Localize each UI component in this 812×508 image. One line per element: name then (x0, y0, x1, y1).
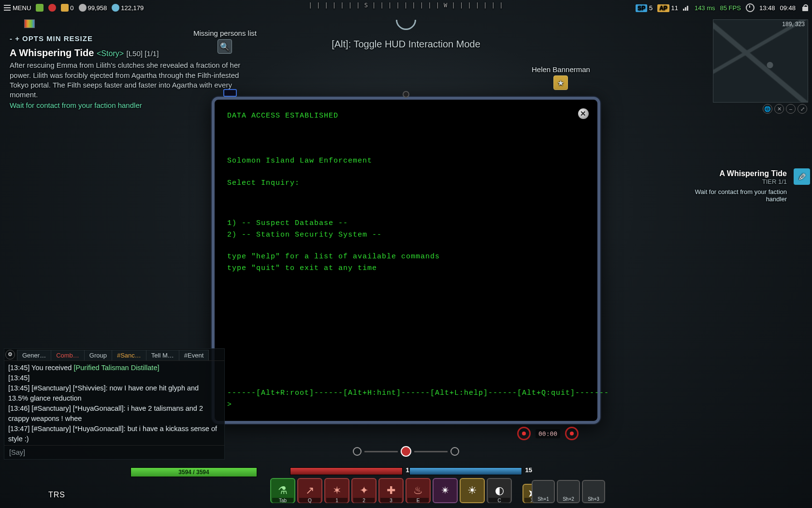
npc-name: Helen Bannerman (532, 65, 590, 74)
terminal-help-2: type "quit" to exit at any time (227, 263, 585, 274)
weapon-active-icon (401, 446, 411, 457)
resource-right-value: 15 (525, 466, 532, 474)
chat-tab-sanctuary[interactable]: #Sanc… (112, 350, 146, 360)
chat-settings-button[interactable]: ⚙ (5, 350, 15, 359)
minimap-close-button[interactable]: ✕ (774, 104, 784, 114)
chat-input[interactable]: [Say] (4, 445, 224, 459)
signal-icon (683, 5, 690, 11)
terminal-option-1[interactable]: 1) -- Suspect Database -- (227, 218, 585, 229)
ability-slot[interactable]: ☀ (460, 478, 485, 503)
mission-chip-tier: TIER 1/1 (686, 178, 787, 185)
currency-gold[interactable]: 0 (61, 4, 73, 12)
time-game: 13:48 (759, 4, 775, 12)
ap-label: AP (657, 4, 669, 12)
chat-tab-combat[interactable]: Comb… (51, 350, 85, 360)
ability-slot[interactable]: ✚3 (378, 478, 404, 503)
resource-left: 15 (290, 467, 403, 475)
weapon-node-icon (353, 447, 362, 456)
chat-line: [13:47] [#Sanctuary] [*HuyaGonacall]: bu… (8, 424, 220, 444)
currency-silver-value: 99,958 (88, 4, 107, 12)
mission-type-tag: <Story> (97, 49, 124, 58)
ap-badge[interactable]: AP 11 (657, 4, 678, 12)
terminal-select-label: Select Inquiry: (227, 178, 585, 189)
terminal-org: Solomon Island Law Enforcement (227, 155, 585, 166)
terminal-header: DATA ACCESS ESTABLISHED (227, 110, 585, 121)
compass-ticks: | | | | | | | S | | | | | | | | | W | | … (261, 2, 551, 9)
sp-badge[interactable]: SP 5 (636, 4, 652, 12)
mission-level: [L50] [1/1] (127, 49, 159, 58)
ping-value: 143 ms (695, 4, 715, 12)
minimap-globe-button[interactable]: 🌐 (763, 104, 772, 114)
recording-indicator: 00:00 (517, 427, 579, 440)
hud-hint: [Alt]: Toggle HUD Interaction Mode (332, 39, 480, 50)
chat-window[interactable]: ⚙ Gener… Comb… Group #Sanc… Tell M… #Eve… (4, 348, 225, 460)
record-time: 00:00 (536, 429, 560, 438)
mission-chip-title: A Whispering Tide (686, 169, 787, 178)
gold-icon (61, 4, 69, 12)
hp-bar: 3594 / 3594 (130, 467, 257, 477)
lock-icon[interactable] (802, 4, 808, 11)
resource-right: 15 (409, 467, 522, 475)
mission-title[interactable]: A Whispering Tide <Story> [L50] [1/1] (10, 46, 251, 60)
minimap-coords: 189, 323 (782, 21, 805, 28)
currency-gold-value: 0 (70, 4, 73, 12)
player-name: TRS (48, 491, 65, 499)
ability-slot[interactable]: ♨E (406, 478, 431, 503)
currency-silver[interactable]: 99,958 (79, 4, 107, 12)
chat-tab-event[interactable]: #Event (179, 350, 209, 360)
ability-bar: ⚗Tab↗Q✶1✦2✚3♨E✴☀◐C➤X (270, 478, 542, 503)
terminal-shortcut-bar: ------[Alt+R:root]------[Alt+H:hint]----… (227, 388, 585, 399)
terminal-option-2[interactable]: 2) -- Station Security System -- (227, 229, 585, 240)
ability-slot[interactable]: ↗Q (297, 478, 322, 503)
fps-value: 85 FPS (720, 4, 741, 12)
ability-slot[interactable]: ⚗Tab (270, 478, 295, 503)
npc-label[interactable]: Helen Bannerman ★ (532, 65, 590, 90)
hp-text: 3594 / 3594 (131, 468, 257, 477)
chat-line: [13:45] [#Sanctuary] [*Shivvies]: now I … (8, 383, 220, 403)
resource-bars: 15 15 (290, 467, 522, 475)
time-real: 09:48 (780, 4, 796, 12)
chat-tab-general[interactable]: Gener… (17, 350, 51, 360)
minimap[interactable]: 189, 323 (713, 19, 808, 103)
ability-slot[interactable]: ✶1 (324, 478, 349, 503)
terminal-close-button[interactable]: ✕ (578, 108, 589, 119)
minimap-min-button[interactable]: – (786, 104, 796, 114)
terminal-window[interactable]: ✕ DATA ACCESS ESTABLISHED Solomon Island… (212, 97, 600, 424)
ability-slot[interactable]: ✴ (433, 478, 458, 503)
gadget-bar: Sh+1Sh+2Sh+3 (532, 480, 605, 503)
clock-icon[interactable] (746, 3, 754, 12)
menu-button[interactable]: MENU (4, 4, 31, 12)
faction-icon[interactable] (36, 4, 44, 12)
mission-chip[interactable]: A Whispering Tide TIER 1/1 Wait for cont… (686, 169, 807, 203)
chat-log[interactable]: [13:45] You received [Purified Talisman … (4, 361, 224, 445)
silver-icon (79, 4, 87, 12)
gadget-slot[interactable]: Sh+3 (582, 480, 605, 503)
chat-tab-tell[interactable]: Tell M… (146, 350, 179, 360)
terminal-prompt[interactable]: > (227, 399, 232, 410)
inventory-icon[interactable] (24, 19, 35, 28)
record-button[interactable] (517, 427, 531, 440)
weapon-bar (353, 448, 459, 455)
minimap-max-button[interactable]: ⤢ (798, 104, 807, 114)
ability-slot[interactable]: ✦2 (351, 478, 377, 503)
terminal-help-1: type "help" for a list of available comm… (227, 251, 585, 262)
ability-slot[interactable]: ◐C (487, 478, 512, 503)
terminal-camera-icon (403, 91, 409, 98)
sp-label: SP (636, 4, 647, 12)
chat-line: [13:45] (8, 373, 220, 383)
gadget-slot[interactable]: Sh+1 (532, 480, 555, 503)
mission-chip-objective: Wait for contact from your faction handl… (686, 188, 787, 203)
chat-tabs: ⚙ Gener… Comb… Group #Sanc… Tell M… #Eve… (4, 349, 224, 361)
terminal-led-icon (223, 89, 237, 97)
chat-line: [13:46] [#Sanctuary] [*HuyaGonacall]: i … (8, 403, 220, 424)
hamburger-icon (4, 5, 11, 11)
chat-tab-group[interactable]: Group (84, 350, 112, 360)
gift-icon[interactable] (48, 4, 56, 12)
currency-anima-value: 122,179 (121, 4, 144, 12)
currency-anima[interactable]: 122,179 (112, 4, 144, 12)
chat-line: [13:45] You received [Purified Talisman … (8, 363, 220, 373)
gadget-slot[interactable]: Sh+2 (557, 480, 580, 503)
record-stop-button[interactable] (565, 427, 579, 440)
mission-tracker-controls[interactable]: - + OPTS MIN RESIZE (10, 34, 251, 44)
ap-value: 11 (671, 4, 678, 12)
